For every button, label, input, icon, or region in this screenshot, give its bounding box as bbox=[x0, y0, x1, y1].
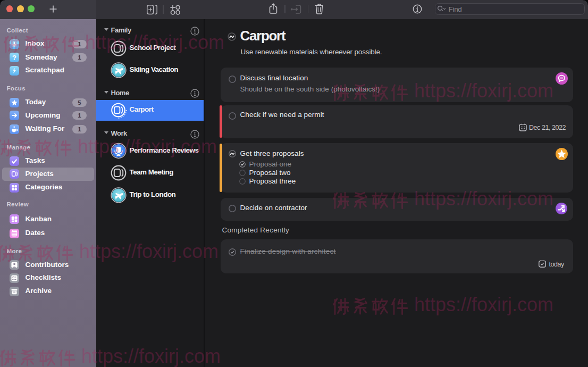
svg-text:?: ? bbox=[12, 54, 16, 62]
